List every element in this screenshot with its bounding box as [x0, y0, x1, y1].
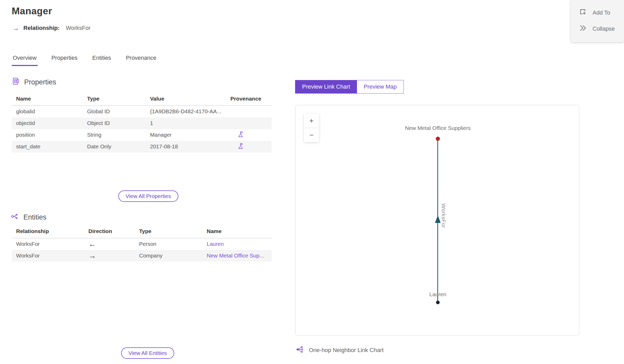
preview-link-chart-tab[interactable]: Preview Link Chart	[295, 80, 357, 93]
relationship-value: WorksFor	[66, 25, 90, 31]
add-to-label: Add To	[593, 9, 610, 16]
provenance-flag-icon[interactable]	[237, 144, 244, 150]
entity-row-new-metal-office: WorksFor → Company New Metal Office Sup.…	[12, 250, 272, 262]
entities-table: Relationship Direction Type Name WorksFo…	[12, 226, 272, 262]
relationship-label: Relationship:	[23, 25, 60, 31]
edge-label: WorksFor	[440, 203, 447, 228]
properties-icon	[12, 77, 20, 87]
property-provenance-cell	[224, 141, 272, 153]
tab-entities[interactable]: Entities	[91, 55, 112, 66]
zoom-out-button[interactable]: −	[304, 128, 319, 142]
double-chevron-right-icon	[579, 25, 587, 33]
col-header-type: Type	[135, 226, 202, 238]
property-name: start_date	[12, 141, 83, 153]
link-chart-preview[interactable]: + − New Metal Office Suppliers WorksFor …	[295, 105, 579, 336]
tab-provenance[interactable]: Provenance	[125, 55, 157, 66]
entities-section-title: Entities	[23, 213, 47, 221]
preview-toggle-group: Preview Link Chart Preview Map	[295, 80, 404, 94]
property-provenance-cell	[224, 106, 272, 117]
property-name: globalid	[12, 106, 83, 117]
col-header-value: Value	[146, 93, 224, 106]
add-to-icon	[579, 8, 587, 17]
page-title: Manager	[12, 6, 52, 17]
col-header-direction: Direction	[84, 226, 135, 238]
chart-caption: One-hop Neighbor Link Chart	[296, 346, 384, 355]
property-provenance-cell	[224, 129, 272, 141]
direction-left-arrow: ←	[84, 238, 135, 250]
view-all-properties-button[interactable]: View All Properties	[118, 190, 178, 202]
one-hop-link-chart-icon	[296, 346, 304, 355]
node-label-company: New Metal Office Suppliers	[405, 125, 471, 131]
property-provenance-cell	[224, 117, 272, 129]
tab-properties[interactable]: Properties	[50, 55, 79, 66]
property-name: position	[12, 129, 83, 141]
property-row-globalid: globalid Global ID {1A9DB2B6-D482-4170-A…	[12, 106, 272, 117]
entities-section-header: Entities	[11, 212, 47, 222]
properties-section-title: Properties	[24, 78, 56, 86]
properties-table-header-row: Name Type Value Provenance	[12, 93, 272, 106]
edge-arrowhead-icon	[435, 215, 441, 223]
node-person[interactable]	[436, 301, 440, 304]
entity-name-link[interactable]: New Metal Office Sup...	[207, 253, 264, 259]
entity-relationship: WorksFor	[12, 250, 84, 262]
property-row-objectid: objectid Object ID 1	[12, 117, 272, 129]
zoom-control: + −	[304, 114, 319, 142]
property-value: {1A9DB2B6-D482-4170-AA...	[146, 106, 224, 117]
zoom-in-button[interactable]: +	[304, 114, 319, 128]
entity-relationship: WorksFor	[12, 238, 84, 250]
relationship-detail-page: Manager → Relationship: WorksFor Add To	[0, 0, 624, 364]
add-to-button[interactable]: Add To	[579, 5, 624, 21]
property-name: objectid	[12, 117, 83, 129]
relationship-arrow-icon: →	[12, 25, 19, 31]
collapse-label: Collapse	[593, 25, 615, 32]
property-type: Object ID	[83, 117, 146, 129]
col-header-type: Type	[83, 93, 146, 106]
provenance-flag-icon[interactable]	[237, 133, 244, 139]
properties-table: Name Type Value Provenance globalid Glob…	[12, 93, 272, 153]
relationship-subtitle: → Relationship: WorksFor	[12, 25, 90, 31]
chart-caption-label: One-hop Neighbor Link Chart	[309, 347, 384, 354]
entity-type: Person	[135, 238, 202, 250]
tab-overview[interactable]: Overview	[12, 55, 38, 66]
node-label-person: Lauren	[429, 291, 446, 297]
view-all-entities-button[interactable]: View All Entities	[121, 347, 174, 359]
col-header-provenance: Provenance	[224, 93, 272, 106]
collapse-button[interactable]: Collapse	[579, 21, 624, 37]
properties-section-header: Properties	[12, 77, 56, 87]
entity-row-lauren: WorksFor ← Person Lauren	[12, 238, 272, 250]
entity-name-link[interactable]: Lauren	[207, 241, 224, 247]
direction-right-arrow: →	[84, 250, 135, 262]
property-type: Global ID	[83, 106, 146, 117]
action-panel: Add To Collapse	[571, 0, 624, 42]
entity-type: Company	[135, 250, 202, 262]
entities-table-header-row: Relationship Direction Type Name	[12, 226, 272, 238]
col-header-relationship: Relationship	[12, 226, 84, 238]
col-header-name: Name	[202, 226, 272, 238]
entities-icon	[11, 212, 19, 222]
property-value: 2017-08-18	[146, 141, 224, 153]
property-row-position: position String Manager	[12, 129, 272, 141]
property-row-start-date: start_date Date Only 2017-08-18	[12, 141, 272, 153]
property-type: String	[83, 129, 146, 141]
property-type: Date Only	[83, 141, 146, 153]
detail-tabs: Overview Properties Entities Provenance	[12, 55, 158, 66]
property-value: 1	[146, 117, 224, 129]
col-header-name: Name	[12, 93, 83, 106]
preview-map-tab[interactable]: Preview Map	[357, 80, 404, 93]
property-value: Manager	[146, 129, 224, 141]
